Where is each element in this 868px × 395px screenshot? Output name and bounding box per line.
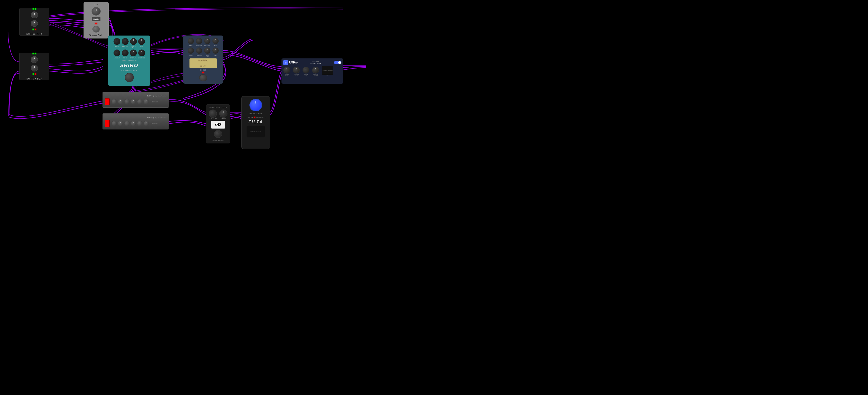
stereo-gain-footswitch[interactable]	[92, 26, 100, 32]
switchbox1-knob-bottom[interactable]	[31, 20, 38, 27]
rmpro-bass-knob[interactable]	[283, 67, 290, 74]
gaffa-bottom-knobs	[188, 48, 219, 54]
rmpro-treble-group: TREBLE 0.00	[293, 67, 300, 76]
shiro-predelay-label: PREDLY	[122, 46, 129, 49]
gaffa-tapeage-label: tape age	[204, 55, 211, 57]
fatfrog2-knob-master[interactable]	[144, 121, 149, 126]
switchbox1-label: SWITCHBOX	[26, 33, 42, 35]
rmpro-ceiling-knob[interactable]	[312, 67, 319, 74]
shiro-roomsize: ROOMSIZE	[128, 60, 136, 62]
led-red-2	[35, 73, 36, 75]
filta-freq-knob[interactable]	[249, 99, 262, 111]
shiro-model: SHIROVERB MK II	[121, 69, 138, 71]
gaffa-shiro-label: SHIRO	[199, 69, 207, 71]
gaffa-tapeage-knob[interactable]	[204, 48, 211, 54]
switchbox2-knob-bottom[interactable]	[31, 65, 38, 72]
gaffa-time-knob[interactable]	[188, 38, 194, 44]
gaffa-drift-knob[interactable]	[188, 48, 194, 54]
rmpro-drive-knob[interactable]	[303, 67, 309, 74]
xfade-shape-label: SHAPE	[221, 118, 226, 119]
fatfrog1-knob-treble[interactable]	[137, 99, 143, 105]
fatfrog1-knob-master[interactable]	[144, 99, 149, 105]
fatfrog2-knobs	[112, 121, 149, 126]
rmpro-treble-value: 0.00	[295, 75, 298, 76]
fatfrog1-label: FatFrog	[147, 95, 154, 97]
shiro-shimmer-knob[interactable]	[138, 50, 145, 56]
fatfrog1-bright-label: BRIGHT	[152, 101, 158, 103]
gaffa-top-knobs	[188, 38, 219, 44]
shiro-earlytail-label: EARLY-TAIL	[130, 46, 137, 49]
rmpro-stereo-box: STEREO IMAGE	[322, 66, 333, 75]
switchbox2-knob-top[interactable]	[31, 56, 38, 63]
fatfrog1-header: FatFrog High Gain Amplifier	[105, 93, 166, 97]
fatfrog2-knob-model[interactable]	[131, 121, 136, 126]
fatfrog2-knob-bass[interactable]	[124, 121, 130, 126]
rmpro-drive-group: DRIVE 0.00	[303, 67, 309, 76]
filta-brand: FILTA	[249, 120, 263, 124]
gaffa-repeats-knob[interactable]	[196, 38, 202, 44]
fatfrog1-knob-model[interactable]	[131, 99, 136, 105]
rmpro-toggle[interactable]	[334, 61, 341, 64]
shiro-tone-knob[interactable]	[122, 50, 129, 56]
fatfrog2-sub: High Gain Amplifier	[155, 117, 166, 118]
switchbox1-leds	[32, 8, 36, 10]
gaffa-bottom-labels: drift crinkle tape age bias	[188, 55, 219, 57]
stereo-gain-pedal: GAIN MOD Stereo Gain	[84, 2, 109, 38]
stereo-gain-label: Stereo Gain	[89, 34, 103, 37]
rmpro-profile: PROFILE Master Shine	[298, 61, 334, 64]
switchbox1-knob-top[interactable]	[31, 11, 38, 18]
xfade-bottom-knob[interactable]	[214, 130, 222, 138]
gaffa-crinkle-knob[interactable]	[196, 48, 202, 54]
fatfrog1-knob-bass[interactable]	[124, 99, 130, 105]
rmpro-header-row: M RMPro PROFILE Master Shine	[283, 60, 341, 65]
shiro-footswitch[interactable]	[125, 73, 134, 82]
xfade-signalAB-knob[interactable]	[209, 110, 217, 118]
fatfrog2-knob-gain[interactable]	[118, 121, 123, 126]
xfade-shape-knob[interactable]	[219, 110, 227, 118]
gaffa-bias-knob[interactable]	[212, 48, 219, 54]
shiro-decay-knob[interactable]	[114, 38, 120, 45]
gain-label: GAIN	[94, 4, 98, 6]
shiro-predelay-knob[interactable]	[122, 38, 129, 45]
rmpro-treble-knob[interactable]	[293, 67, 300, 74]
fatfrog1-knob-gain[interactable]	[118, 99, 123, 105]
gaffa-lowcut-knob[interactable]	[204, 38, 211, 44]
shiro-mix-label: MIX	[138, 46, 145, 49]
fatfrog1-knob-bright[interactable]	[112, 99, 117, 105]
rmpro-logo-icon: M	[283, 60, 288, 65]
rmpro-bass-group: BASS 0.00	[283, 67, 290, 76]
gaffa-footswitch[interactable]	[199, 74, 207, 81]
fatfrog2-switch[interactable]	[105, 120, 110, 127]
gaffa-delay-pedal: time repeats lowcut mix drift crinkle ta…	[183, 35, 223, 84]
mod-button[interactable]: MOD	[92, 17, 100, 21]
filta-output-arrow: →	[265, 116, 267, 118]
gain-knob[interactable]	[92, 7, 101, 16]
shiro-decay-label: DECAY	[114, 46, 120, 49]
rmpro-drive-value: 0.00	[305, 75, 307, 76]
led-green-5	[35, 53, 36, 54]
rmpro-bass-value: 0.00	[285, 75, 288, 76]
shiro-lowcut-knob[interactable]	[114, 50, 120, 56]
filta-footswitch[interactable]: DREINO	[247, 126, 265, 137]
stereo-xfade-pedal: X-Fade Overlay [5.1, x1] SIGNAL A/B SHAP…	[206, 105, 230, 143]
shiro-interval-knob[interactable]	[130, 50, 137, 56]
gaffa-tape-display	[189, 58, 217, 68]
fatfrog1-controls: BRIGHT	[105, 98, 166, 105]
gaffa-mix-knob[interactable]	[212, 38, 219, 44]
rmpro-title: RMPro	[289, 61, 298, 64]
shiro-mix-knob[interactable]	[138, 38, 145, 45]
rmpro-stereoimage-group: STEREO IMAGE 0.00	[322, 66, 333, 76]
shiro-reverb-pedal: DECAY PREDLY EARLY-TAIL MIX LOWCUT TONE …	[108, 35, 150, 86]
rmpro-stereoimage-value: 0.00	[326, 75, 329, 76]
xfade-display: x42	[211, 121, 225, 129]
fatfrog2-knob-treble[interactable]	[137, 121, 143, 126]
filta-input-arrow: →	[245, 116, 247, 118]
filta-led	[254, 117, 255, 118]
fatfrog2-bright-label: BRIGHT	[152, 123, 158, 124]
xfade-top-knobs: SIGNAL A/B SHAPE	[209, 110, 227, 119]
fatfrog1-switch[interactable]	[105, 98, 110, 105]
shiro-interval-label: INTERVAL	[130, 57, 137, 59]
led-green-3	[32, 29, 34, 30]
shiro-earlytail-knob[interactable]	[130, 38, 137, 45]
fatfrog2-knob-bright[interactable]	[112, 121, 117, 126]
